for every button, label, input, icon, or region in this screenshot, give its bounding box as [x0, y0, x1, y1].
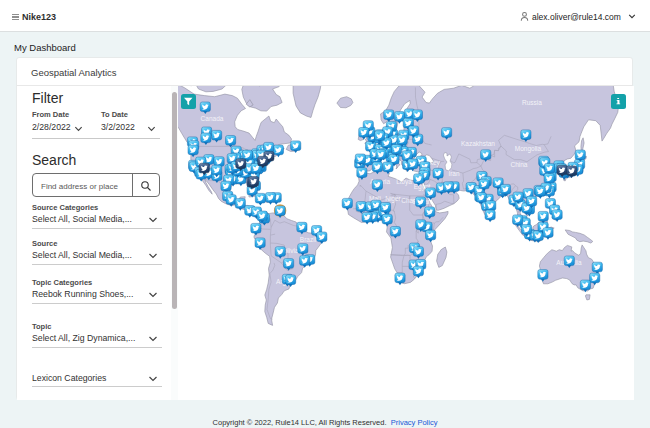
svg-text:Niger: Niger	[385, 195, 401, 203]
svg-text:Chad: Chad	[401, 197, 417, 204]
svg-text:China: China	[511, 161, 528, 168]
svg-text:Iran: Iran	[448, 170, 460, 177]
svg-text:Libya: Libya	[396, 178, 412, 186]
svg-text:Brazil: Brazil	[300, 236, 317, 243]
svg-text:Mongolia: Mongolia	[515, 145, 542, 153]
svg-text:Kazakhstan: Kazakhstan	[461, 140, 495, 147]
svg-text:Russia: Russia	[522, 99, 542, 106]
svg-text:Canada: Canada	[201, 115, 224, 122]
